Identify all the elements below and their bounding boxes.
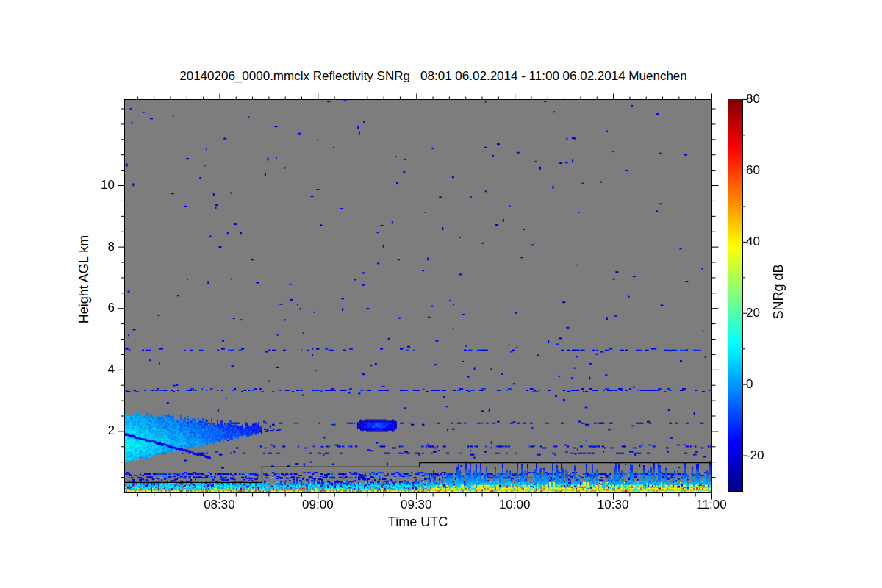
x-tick-label: 08:30 — [193, 498, 245, 512]
radar-time-height-figure: 20140206_0000.mmclx Reflectivity SNRg 08… — [0, 0, 882, 588]
colorbar-gradient — [728, 99, 742, 491]
y-tick-label: 2 — [71, 424, 115, 437]
x-tick-label: 09:30 — [390, 498, 442, 512]
x-tick-label: 11:00 — [686, 498, 737, 512]
x-tick-label: 10:30 — [587, 498, 639, 512]
colorbar-tick-label: 40 — [746, 235, 783, 248]
colorbar-title: SNRg dB — [771, 264, 786, 319]
colorbar-tick-label: -20 — [746, 449, 783, 462]
colorbar-tick-label: 80 — [746, 93, 783, 106]
y-tick-label: 10 — [71, 179, 115, 192]
y-tick-label: 4 — [71, 363, 115, 376]
x-axis-title: Time UTC — [124, 514, 711, 530]
x-tick-label: 10:00 — [489, 498, 540, 512]
y-tick-label: 8 — [71, 240, 115, 254]
colorbar-tick-label: 0 — [746, 378, 783, 391]
heatmap-canvas — [124, 99, 711, 492]
colorbar-tick-label: 60 — [746, 164, 783, 177]
x-tick-label: 09:00 — [292, 498, 343, 512]
y-tick-label: 6 — [71, 301, 115, 315]
plot-title: 20140206_0000.mmclx Reflectivity SNRg 08… — [124, 69, 742, 84]
